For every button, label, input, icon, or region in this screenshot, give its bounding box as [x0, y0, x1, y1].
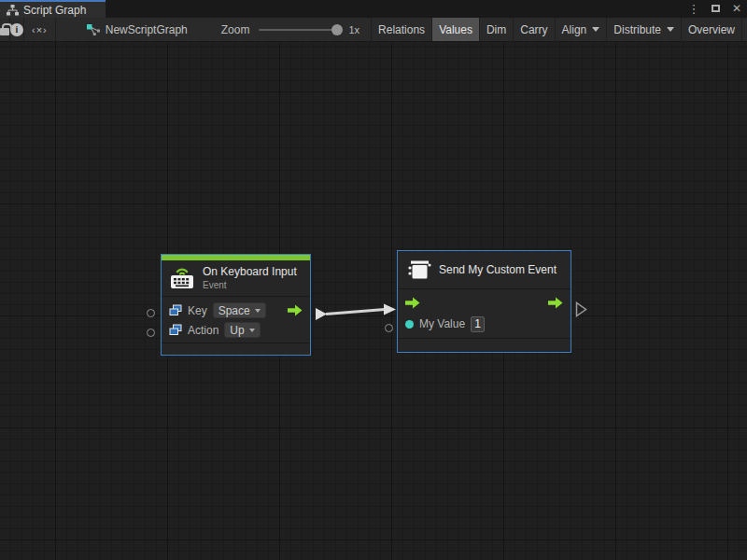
graph-name-label: NewScriptGraph — [106, 23, 188, 36]
trigger-input-arrow-icon[interactable] — [405, 297, 420, 309]
tab-script-graph[interactable]: Script Graph — [0, 0, 106, 18]
chevron-down-icon — [667, 27, 674, 32]
trigger-output-arrow-icon[interactable] — [548, 297, 563, 309]
trigger-output-arrow-icon[interactable] — [288, 304, 303, 316]
carry-button[interactable]: Carry — [513, 18, 554, 41]
zoom-slider-handle[interactable] — [331, 24, 343, 35]
graph-toolbar: i ‹×› NewScriptGraph Zoom 1x Relations — [0, 18, 747, 42]
chevron-down-icon — [249, 329, 255, 332]
zoom-value: 1x — [348, 24, 359, 35]
chevron-down-icon — [592, 27, 599, 32]
info-icon: i — [10, 23, 23, 36]
node-title: Send My Custom Event — [439, 263, 557, 276]
align-dropdown-button[interactable]: Align — [555, 18, 607, 41]
code-icon: ‹×› — [32, 24, 48, 35]
node-subtitle: Event — [203, 280, 297, 290]
node-footer — [162, 343, 310, 351]
key-input-port[interactable] — [147, 309, 155, 317]
close-icon[interactable]: ✕ — [730, 1, 743, 17]
lock-button[interactable] — [0, 18, 10, 41]
trigger-output-port[interactable] — [575, 301, 587, 317]
info-button[interactable]: i — [10, 18, 24, 41]
maximize-icon[interactable] — [709, 1, 722, 17]
window-value-icon — [169, 304, 182, 316]
port-row-action: Action Up — [162, 320, 310, 340]
port-label-action: Action — [188, 324, 218, 337]
overview-button[interactable]: Overview — [681, 18, 741, 41]
zoom-control: Zoom 1x — [221, 18, 359, 41]
fullscreen-button[interactable]: Full S — [741, 18, 747, 41]
node-title: On Keyboard Input — [203, 265, 297, 278]
script-graph-asset-icon — [87, 24, 100, 35]
action-input-port[interactable] — [147, 329, 155, 337]
chevron-down-icon — [255, 309, 261, 313]
distribute-dropdown-button[interactable]: Distribute — [606, 18, 681, 41]
toolbar-toggle-group: Relations Values Dim Carry Align Distrib… — [371, 18, 747, 41]
custom-event-icon — [407, 259, 431, 281]
keyboard-icon — [169, 266, 195, 290]
graph-hierarchy-icon — [7, 5, 19, 16]
port-row-my-value: My Value 1 — [398, 313, 571, 335]
node-body: Key Space Action Up — [162, 297, 310, 343]
relations-button[interactable]: Relations — [371, 18, 431, 41]
tab-title: Script Graph — [23, 4, 86, 17]
dim-button[interactable]: Dim — [479, 18, 513, 41]
graph-name-breadcrumb[interactable]: NewScriptGraph — [79, 18, 195, 41]
code-preview-button[interactable]: ‹×› — [24, 18, 56, 41]
tab-bar: Script Graph ⋮ ✕ — [0, 0, 747, 18]
node-on-keyboard-input[interactable]: On Keyboard Input Event Key Space — [161, 254, 311, 356]
port-label-key: Key — [188, 304, 207, 317]
menu-icon[interactable]: ⋮ — [687, 1, 700, 17]
node-titles: On Keyboard Input Event — [203, 265, 297, 290]
window-controls: ⋮ ✕ — [687, 0, 743, 18]
node-header: Send My Custom Event — [398, 251, 571, 289]
port-row-triggers — [398, 293, 571, 313]
port-label-my-value: My Value — [419, 317, 465, 330]
node-footer — [398, 338, 571, 346]
connection-wire[interactable] — [0, 42, 747, 560]
graph-canvas[interactable]: On Keyboard Input Event Key Space — [0, 42, 747, 560]
key-value-dropdown[interactable]: Space — [213, 302, 266, 318]
lock-icon — [0, 28, 9, 35]
node-body: My Value 1 — [398, 289, 571, 338]
port-row-key: Key Space — [162, 301, 310, 320]
values-button[interactable]: Values — [431, 18, 479, 41]
node-send-my-custom-event[interactable]: Send My Custom Event My Value 1 — [397, 250, 571, 353]
zoom-slider[interactable] — [259, 29, 341, 31]
maximize-box — [712, 5, 720, 12]
action-value-dropdown[interactable]: Up — [224, 322, 260, 338]
script-graph-window: Script Graph ⋮ ✕ i ‹×› NewScriptGraph — [0, 0, 747, 560]
window-value-icon — [169, 324, 182, 336]
value-port-icon[interactable] — [405, 320, 414, 329]
zoom-label: Zoom — [221, 23, 250, 36]
node-header: On Keyboard Input Event — [162, 260, 310, 297]
my-value-input-port[interactable] — [385, 324, 393, 332]
my-value-input[interactable]: 1 — [471, 316, 485, 332]
